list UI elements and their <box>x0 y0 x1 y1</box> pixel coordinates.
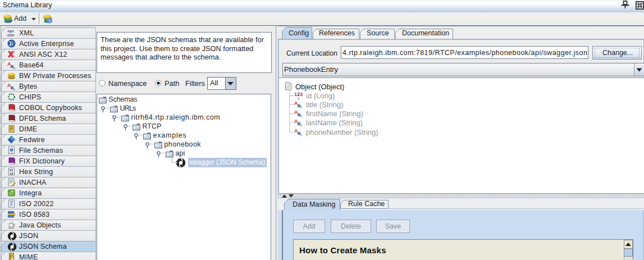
svg-text:8: 8 <box>298 96 300 101</box>
svg-text:3: 3 <box>300 92 303 97</box>
svg-text:</s>: </s> <box>7 33 15 37</box>
svg-text:10: 10 <box>10 172 13 176</box>
svg-text:c: c <box>300 133 303 136</box>
svg-text:c: c <box>13 88 16 90</box>
svg-text:c: c <box>300 123 303 127</box>
svg-text:c: c <box>300 105 303 109</box>
svg-text:c: c <box>300 114 303 118</box>
svg-text:c: c <box>13 66 16 69</box>
